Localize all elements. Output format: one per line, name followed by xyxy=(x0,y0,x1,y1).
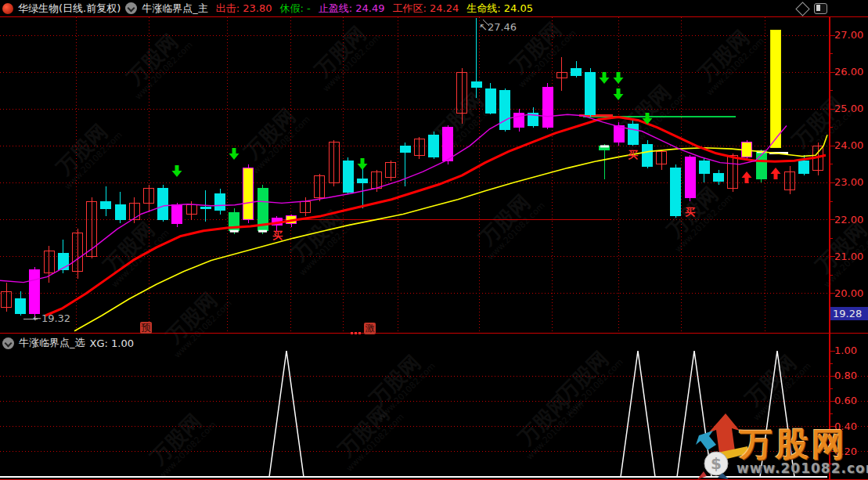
low-price-label: ←19.32 xyxy=(33,312,70,324)
price-axis-label: 27.00 xyxy=(834,30,863,41)
window-corner-icons xyxy=(798,3,827,14)
buy-signal-label: 买 xyxy=(628,148,638,162)
sub-indicator-name[interactable]: 牛涨临界点_选 xyxy=(19,336,85,350)
badge-yu: 预 xyxy=(140,322,152,334)
price-axis-label: 21.00 xyxy=(834,251,863,262)
buy-signal-label: 买 xyxy=(272,229,283,243)
sub-chart-header: 牛涨临界点_选 XG: 1.00 xyxy=(0,335,134,351)
app-window: 华绿生物(日线.前复权) 牛涨临界点_主 出击: 23.80 休假: - 止盈线… xyxy=(0,0,868,480)
diamond-icon[interactable] xyxy=(795,2,809,16)
signal-axis-label: 1.00 xyxy=(834,345,857,356)
panel-toggle-icon[interactable] xyxy=(814,3,827,14)
main-chart-canvas[interactable] xyxy=(0,0,868,480)
xg-label: XG: 1.00 xyxy=(90,337,134,349)
stock-title: 华绿生物(日线.前复权) xyxy=(18,2,121,16)
current-price-tag: 19.28 xyxy=(830,307,868,320)
indicator-collapse-icon[interactable] xyxy=(125,2,137,14)
field-gongzuoqu: 工作区: 24.24 xyxy=(393,2,459,16)
price-axis-label: 23.00 xyxy=(834,177,863,188)
field-xiujia: 休假: - xyxy=(280,2,311,16)
price-axis-label: 25.00 xyxy=(834,103,863,114)
svg-text:$: $ xyxy=(711,454,722,473)
price-axis-label: 26.00 xyxy=(834,67,863,78)
site-logo-url: www.201082.com xyxy=(737,460,868,476)
field-zhiyingxian: 止盈线: 24.49 xyxy=(319,2,385,16)
main-indicator-name[interactable]: 牛涨临界点_主 xyxy=(142,2,208,16)
price-axis-label: 20.00 xyxy=(834,288,863,299)
buy-signal-label: 买 xyxy=(685,205,695,219)
site-logo: $ 万股网 www.201082.com xyxy=(691,412,868,480)
field-chuji: 出击: 23.80 xyxy=(216,2,272,16)
field-shengmingxian: 生命线: 24.05 xyxy=(466,2,533,16)
badge-ji: 激 xyxy=(364,323,376,334)
price-axis-label: 22.00 xyxy=(834,215,863,226)
signal-axis-label: 0.80 xyxy=(834,370,857,381)
price-axis-label: 24.00 xyxy=(834,140,863,151)
signal-axis-label: 0.60 xyxy=(834,395,857,406)
main-chart-header: 华绿生物(日线.前复权) 牛涨临界点_主 出击: 23.80 休假: - 止盈线… xyxy=(0,0,533,16)
high-price-label: ↖27.46 xyxy=(479,21,517,33)
sub-indicator-collapse-icon[interactable] xyxy=(2,337,14,349)
stock-logo-icon xyxy=(2,3,13,14)
